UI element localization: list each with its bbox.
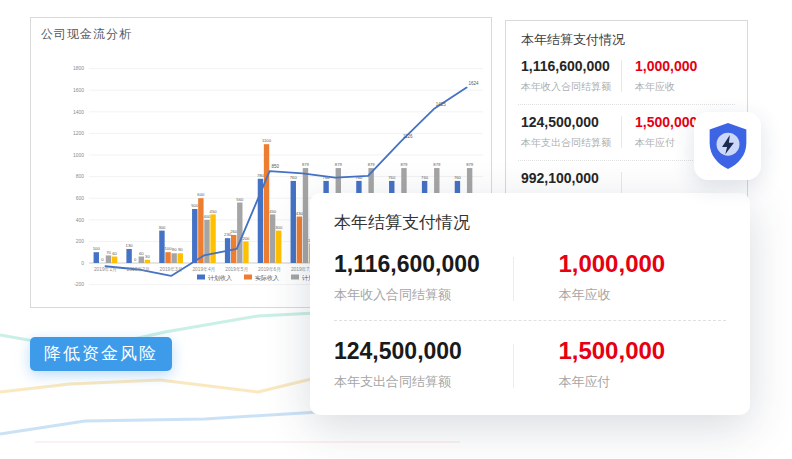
- shield-lightning-icon: [706, 121, 750, 171]
- popup-receivable-value: 1,000,000: [558, 251, 726, 277]
- popup-payable-value: 1,500,000: [558, 338, 726, 364]
- svg-text:90: 90: [172, 247, 177, 252]
- popup-income-settlement-label: 本年收入合同结算额: [334, 286, 513, 304]
- svg-text:1000: 1000: [73, 152, 84, 158]
- settlement-row-income: 1,116,600,000 本年收入合同结算额 1,000,000 本年应收: [506, 49, 747, 104]
- svg-text:1624: 1624: [469, 81, 480, 86]
- balance-value: 992,100,000: [521, 170, 621, 187]
- svg-text:560: 560: [236, 197, 244, 202]
- svg-text:1400: 1400: [73, 109, 84, 115]
- popup-receivable-label: 本年应收: [558, 286, 726, 304]
- svg-text:1126: 1126: [403, 134, 413, 139]
- svg-text:850: 850: [272, 164, 280, 169]
- svg-text:760: 760: [290, 175, 298, 180]
- svg-text:760: 760: [421, 175, 429, 180]
- svg-text:1425: 1425: [436, 102, 447, 107]
- svg-text:0: 0: [134, 257, 137, 262]
- svg-text:400: 400: [76, 217, 85, 223]
- svg-text:879: 879: [368, 162, 376, 167]
- svg-text:200: 200: [76, 238, 85, 244]
- popup-expense-settlement-label: 本年支出合同结算额: [334, 373, 513, 391]
- svg-text:2019年4月: 2019年4月: [192, 267, 215, 273]
- svg-text:1800: 1800: [73, 65, 84, 71]
- svg-text:450: 450: [269, 209, 277, 214]
- svg-text:100: 100: [93, 246, 101, 251]
- svg-text:879: 879: [302, 162, 310, 167]
- popup-income-settlement-value: 1,116,600,000: [334, 251, 513, 277]
- expense-settlement-value: 124,500,000: [521, 114, 621, 131]
- svg-text:760: 760: [454, 175, 462, 180]
- svg-text:879: 879: [466, 162, 474, 167]
- svg-text:60: 60: [112, 251, 117, 256]
- receivable-label: 本年应收: [635, 80, 731, 94]
- svg-text:400: 400: [203, 214, 211, 219]
- svg-text:450: 450: [210, 209, 218, 214]
- svg-text:879: 879: [400, 162, 408, 167]
- settlement-panel-title: 本年结算支付情况: [506, 21, 747, 49]
- svg-text:1100: 1100: [262, 138, 272, 143]
- svg-text:500: 500: [191, 203, 199, 208]
- svg-text:879: 879: [433, 162, 441, 167]
- svg-text:260: 260: [230, 229, 238, 234]
- svg-text:2019年6月: 2019年6月: [258, 267, 281, 273]
- popup-title: 本年结算支付情况: [334, 211, 726, 234]
- svg-text:0: 0: [81, 260, 84, 266]
- popup-payable-label: 本年应付: [558, 373, 726, 391]
- risk-tag[interactable]: 降低资金风险: [30, 337, 172, 371]
- svg-text:2019年1月: 2019年1月: [94, 267, 117, 273]
- expense-settlement-label: 本年支出合同结算额: [521, 136, 621, 150]
- svg-text:计划收入: 计划收入: [208, 274, 232, 282]
- svg-text:90: 90: [178, 247, 183, 252]
- svg-text:60: 60: [139, 251, 144, 256]
- svg-text:600: 600: [76, 195, 85, 201]
- svg-text:430: 430: [296, 211, 304, 216]
- income-settlement-value: 1,116,600,000: [521, 58, 621, 75]
- svg-text:130: 130: [126, 243, 134, 248]
- svg-text:879: 879: [335, 162, 343, 167]
- svg-text:1600: 1600: [73, 87, 84, 93]
- svg-text:300: 300: [158, 225, 166, 230]
- svg-text:780: 780: [257, 173, 265, 178]
- income-settlement-label: 本年收入合同结算额: [521, 80, 621, 94]
- svg-text:800: 800: [76, 173, 85, 179]
- svg-text:0: 0: [101, 257, 104, 262]
- svg-text:-200: -200: [74, 281, 84, 287]
- popup-row-income: 1,116,600,000 本年收入合同结算额 1,000,000 本年应收: [334, 234, 726, 320]
- svg-text:300: 300: [275, 225, 283, 230]
- svg-text:70: 70: [106, 250, 111, 255]
- svg-text:760: 760: [388, 175, 396, 180]
- receivable-value: 1,000,000: [635, 58, 731, 75]
- svg-text:30: 30: [145, 254, 150, 259]
- svg-text:600: 600: [197, 192, 205, 197]
- svg-text:1200: 1200: [73, 130, 84, 136]
- svg-text:200: 200: [242, 236, 250, 241]
- settlement-popup: 本年结算支付情况 1,116,600,000 本年收入合同结算额 1,000,0…: [310, 193, 750, 415]
- svg-text:2019年5月: 2019年5月: [225, 267, 248, 273]
- popup-expense-settlement-value: 124,500,000: [334, 338, 513, 364]
- security-badge[interactable]: [694, 112, 761, 180]
- popup-row-expense: 124,500,000 本年支出合同结算额 1,500,000 本年应付: [334, 321, 726, 407]
- svg-text:实际收入: 实际收入: [255, 274, 279, 282]
